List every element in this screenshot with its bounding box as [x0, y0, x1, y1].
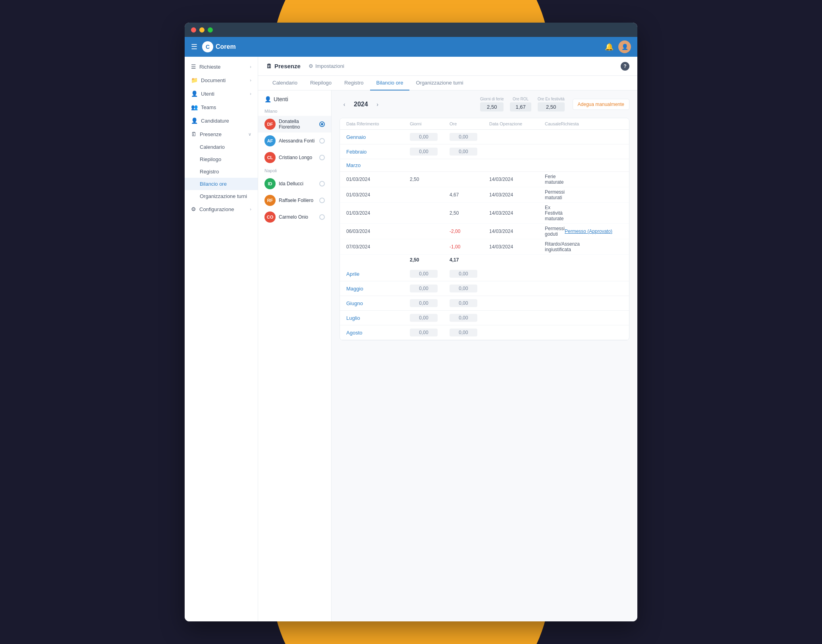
sidebar-subitem-calendario[interactable]: Calendario	[185, 141, 258, 153]
app-title: Corem	[216, 43, 236, 50]
tab-bilancio-ore[interactable]: Bilancio ore	[370, 76, 410, 90]
bell-icon[interactable]: 🔔	[605, 42, 614, 51]
detail-row-marzo-1: 01/03/2024 2,50 14/03/2024 Ferie maturat…	[340, 172, 629, 187]
help-icon[interactable]: ?	[621, 62, 629, 71]
radio-cl[interactable]	[319, 155, 325, 160]
traffic-light-red[interactable]	[191, 27, 196, 33]
subitem-label-bilancio-ore: Bilancio ore	[200, 181, 227, 187]
group-label-milano: Milano	[258, 106, 331, 116]
sidebar-item-documenti[interactable]: 📁 Documenti ›	[185, 73, 258, 87]
table-panel: ‹ 2024 › Giorni di ferie 2,50	[332, 90, 637, 621]
radio-co[interactable]	[319, 214, 325, 220]
adegua-manualmente-button[interactable]: Adegua manualmente	[573, 99, 629, 110]
traffic-light-green[interactable]	[208, 27, 213, 33]
title-bar	[185, 23, 637, 37]
subitem-label-organizzazione-turni: Organizzazione turni	[200, 193, 247, 199]
user-item-cl[interactable]: CL Cristiano Longo	[258, 149, 331, 166]
cell-data-rif-2: 01/03/2024	[346, 192, 410, 198]
user-item-df[interactable]: DF Donatella Fiorentino	[258, 116, 331, 133]
month-ore-febbraio: 0,00	[450, 148, 477, 156]
sidebar-item-teams[interactable]: 👥 Teams	[185, 100, 258, 114]
cell-data-op-1: 14/03/2024	[489, 177, 545, 182]
documenti-icon: 📁	[191, 77, 198, 83]
month-label-giugno: Giugno	[346, 300, 410, 306]
table-header-row: Data Riferimento Giorni Ore Data Operazi…	[340, 118, 629, 130]
radio-rf[interactable]	[319, 198, 325, 203]
month-label-luglio: Luglio	[346, 315, 410, 321]
user-item-id[interactable]: ID Ida Dellucci	[258, 175, 331, 192]
th-ore: Ore	[450, 121, 489, 126]
hamburger-icon[interactable]: ☰	[191, 42, 197, 51]
stat-box-rol: Ore ROL 1,67	[510, 97, 531, 111]
inner-layout: 👤 Utenti Milano DF Donatella Fiorentino …	[258, 90, 637, 621]
tab-riepilogo[interactable]: Riepilogo	[304, 76, 338, 90]
cell-data-rif-1: 01/03/2024	[346, 177, 410, 182]
sidebar-item-label-candidature: Candidature	[201, 118, 229, 124]
cell-richiesta-4[interactable]: Permesso (Approvato)	[565, 229, 628, 234]
settings-link[interactable]: ⚙ Impostazioni	[309, 63, 344, 69]
radio-id[interactable]	[319, 181, 325, 186]
user-item-co[interactable]: CO Carmelo Onio	[258, 209, 331, 225]
stat-value-exfest: 2,50	[538, 102, 565, 111]
presenze-icon: 🗓	[191, 131, 197, 137]
cell-causale-1: Ferie maturate	[545, 174, 563, 185]
data-table: Data Riferimento Giorni Ore Data Operazi…	[340, 118, 629, 340]
sidebar-subitem-registro[interactable]: Registro	[185, 165, 258, 178]
year-prev-button[interactable]: ‹	[340, 100, 349, 109]
stat-value-ferie: 2,50	[480, 102, 504, 111]
sidebar-item-utenti[interactable]: 👤 Utenti ›	[185, 87, 258, 100]
radio-df[interactable]	[319, 121, 325, 127]
month-ore-maggio: 0,00	[450, 285, 477, 292]
sidebar-item-presenze[interactable]: 🗓 Presenze ∨	[185, 127, 258, 141]
tab-registro[interactable]: Registro	[338, 76, 370, 90]
sidebar-item-label-documenti: Documenti	[201, 77, 226, 83]
settings-icon: ⚙	[309, 63, 313, 69]
stat-label-rol: Ore ROL	[510, 97, 531, 101]
total-giorni-marzo: 2,50	[410, 257, 450, 263]
tab-calendario[interactable]: Calendario	[266, 76, 304, 90]
sidebar: ☰ Richieste › 📁 Documenti › 👤 Utenti ›	[185, 57, 258, 621]
sidebar-item-label-configurazione: Configurazione	[199, 206, 234, 212]
chevron-utenti: ›	[250, 91, 251, 96]
tab-organizzazione-turni[interactable]: Organizzazione turni	[409, 76, 469, 90]
group-label-napoli: Napoli	[258, 166, 331, 175]
month-giorni-agosto: 0,00	[410, 329, 438, 336]
month-label-agosto: Agosto	[346, 330, 410, 336]
sidebar-item-candidature[interactable]: 👤 Candidature	[185, 114, 258, 127]
month-label-marzo: Marzo	[346, 162, 410, 168]
traffic-light-yellow[interactable]	[199, 27, 205, 33]
total-row-marzo: 2,50 4,17	[340, 255, 629, 267]
month-row-giugno: Giugno 0,00 0,00	[340, 296, 629, 311]
cell-data-op-4: 14/03/2024	[489, 229, 545, 234]
stat-box-exfest: Ore Ex festività 2,50	[538, 97, 565, 111]
month-ore-agosto: 0,00	[450, 329, 477, 336]
sidebar-subitem-bilancio-ore[interactable]: Bilancio ore	[185, 178, 258, 190]
subitem-label-registro: Registro	[200, 169, 219, 175]
cell-causale-4: Permessi goduti	[545, 226, 565, 237]
month-label-gennaio: Gennaio	[346, 134, 410, 140]
radio-af[interactable]	[319, 138, 325, 144]
month-giorni-luglio: 0,00	[410, 314, 438, 322]
avatar-cl: CL	[264, 152, 276, 163]
browser-window: ☰ C Corem 🔔 👤 ☰ Richieste › 📁	[185, 23, 637, 621]
user-item-rf[interactable]: RF Raffaele Folliero	[258, 192, 331, 209]
avatar[interactable]: 👤	[618, 40, 631, 53]
sidebar-subitem-organizzazione-turni[interactable]: Organizzazione turni	[185, 190, 258, 202]
cell-data-rif-5: 07/03/2024	[346, 244, 410, 250]
month-row-febbraio: Febbraio 0,00 0,00	[340, 144, 629, 159]
cell-ore-3: 2,50	[450, 210, 489, 216]
cell-data-op-5: 14/03/2024	[489, 244, 545, 250]
content-header: 🗓 Presenze ⚙ Impostazioni ?	[258, 57, 637, 76]
user-panel: 👤 Utenti Milano DF Donatella Fiorentino …	[258, 90, 332, 621]
sidebar-item-label-teams: Teams	[201, 104, 216, 110]
year-display: 2024	[354, 101, 368, 108]
sidebar-subitem-riepilogo[interactable]: Riepilogo	[185, 153, 258, 165]
user-item-af[interactable]: AF Alessandra Fonti	[258, 133, 331, 149]
content-title-presenze: 🗓 Presenze	[266, 63, 301, 69]
tabs-bar: Calendario Riepilogo Registro Bilancio o…	[258, 76, 637, 90]
sidebar-item-richieste[interactable]: ☰ Richieste ›	[185, 60, 258, 73]
sidebar-item-configurazione[interactable]: ⚙ Configurazione ›	[185, 202, 258, 216]
user-name-af: Alessandra Fonti	[279, 138, 316, 144]
month-row-maggio: Maggio 0,00 0,00	[340, 281, 629, 296]
year-next-button[interactable]: ›	[373, 100, 382, 109]
